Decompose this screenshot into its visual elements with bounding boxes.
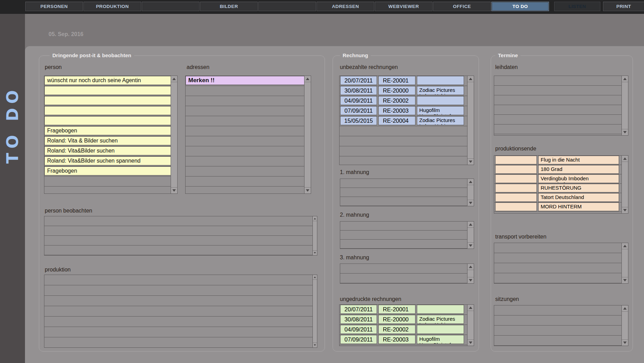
- produktion-title-cell[interactable]: MORD HINTERMVORHANG: [538, 202, 619, 211]
- invoice-company[interactable]: [417, 96, 464, 105]
- mahnung-2-scrollbar[interactable]: [467, 222, 474, 249]
- produktion-scrollbar[interactable]: [312, 275, 317, 347]
- person-list-scrollbar[interactable]: [171, 76, 177, 193]
- person-list[interactable]: wünscht nur noch durch seine AgentinFrag…: [44, 76, 178, 194]
- invoice-row[interactable]: 20/07/2011 RE-20001: [340, 76, 467, 85]
- produktion-title-cell[interactable]: 180 Grad: [538, 165, 619, 174]
- sitzungen-scrollbar[interactable]: [621, 305, 628, 346]
- scroll-up-button[interactable]: [313, 275, 317, 280]
- mahnung-2-list[interactable]: [340, 221, 474, 249]
- nav-tab-todo[interactable]: TO DO: [491, 2, 549, 11]
- scroll-up-button[interactable]: [304, 76, 311, 82]
- invoice-date[interactable]: 07/09/2011: [340, 335, 377, 344]
- invoice-number[interactable]: RE-20002: [378, 325, 415, 334]
- mahnung-3-scrollbar[interactable]: [467, 264, 474, 283]
- postit-row[interactable]: Roland: Vita&Bilder suchen spannend: [44, 156, 171, 165]
- unbezahlte-scrollbar[interactable]: [467, 76, 474, 165]
- nav-tab-empty-1[interactable]: [142, 2, 199, 11]
- sitzungen-list[interactable]: [494, 305, 628, 346]
- scroll-down-button[interactable]: [622, 129, 628, 135]
- invoice-date[interactable]: 30/08/2011: [340, 315, 377, 324]
- invoice-company[interactable]: HugofilmHans Christof: [417, 106, 464, 115]
- produktion-title-cell[interactable]: RUHESTÖRUNG: [538, 184, 619, 192]
- nav-tab-empty-2[interactable]: [258, 2, 316, 11]
- scroll-down-button[interactable]: [313, 250, 317, 255]
- scroll-down-button[interactable]: [313, 343, 317, 347]
- scroll-up-button[interactable]: [622, 243, 628, 249]
- person-beobachten-scrollbar[interactable]: [312, 216, 317, 255]
- mahnung-3-list[interactable]: [340, 263, 474, 284]
- scroll-down-button[interactable]: [304, 187, 311, 193]
- invoice-date[interactable]: 04/09/2011: [340, 325, 377, 334]
- produktionsende-scrollbar[interactable]: [621, 156, 628, 213]
- invoice-row[interactable]: 30/08/2011 RE-20000 Zodiac PicturesLukas…: [340, 315, 467, 324]
- produktion-row[interactable]: MORD HINTERMVORHANG: [494, 202, 622, 211]
- produktion-date-cell[interactable]: [495, 156, 537, 164]
- invoice-company[interactable]: Zodiac PicturesLukas Hobi: [417, 86, 464, 95]
- scroll-up-button[interactable]: [313, 216, 317, 221]
- produktionsende-table[interactable]: Flug in die Nacht 180 Grad Verdingbub Im…: [494, 155, 628, 214]
- adressen-list[interactable]: Merken !!: [185, 76, 311, 194]
- scroll-up-button[interactable]: [467, 76, 474, 82]
- invoice-number[interactable]: RE-20003: [378, 335, 415, 344]
- produktion-title-cell[interactable]: Verdingbub ImbodenBauernhof: [538, 174, 619, 183]
- invoice-row[interactable]: 07/09/2011 RE-20003 HugofilmHans Christo…: [340, 106, 467, 115]
- nav-tab-produktion[interactable]: PRODUKTION: [84, 2, 141, 11]
- scroll-up-button[interactable]: [622, 76, 628, 82]
- produktion-row[interactable]: 180 Grad: [494, 165, 622, 174]
- scroll-down-button[interactable]: [622, 339, 628, 346]
- postit-row[interactable]: Fragebogen: [44, 126, 171, 135]
- invoice-number[interactable]: RE-20000: [378, 86, 415, 95]
- produktion-list[interactable]: [44, 275, 317, 348]
- postit-row[interactable]: [44, 106, 171, 115]
- produktion-date-cell[interactable]: [495, 184, 537, 192]
- scroll-up-button[interactable]: [171, 76, 177, 82]
- invoice-company[interactable]: [417, 325, 464, 334]
- nav-tab-adressen[interactable]: ADRESSEN: [317, 2, 374, 11]
- scroll-down-button[interactable]: [467, 277, 474, 283]
- invoice-date[interactable]: 04/09/2011: [340, 96, 377, 105]
- postit-row[interactable]: [44, 116, 171, 125]
- postit-row[interactable]: Roland: Vita&Bilder suchen: [44, 146, 171, 155]
- ungedruckte-rechnungen-table[interactable]: 20/07/2011 RE-20001 30/08/2011 RE-20000 …: [339, 304, 474, 346]
- scroll-up-button[interactable]: [467, 264, 474, 270]
- invoice-number[interactable]: RE-20004: [378, 116, 415, 125]
- produktion-date-cell[interactable]: [495, 193, 537, 202]
- memo-row[interactable]: Merken !!: [186, 76, 304, 85]
- leihdaten-scrollbar[interactable]: [621, 76, 628, 135]
- produktion-row[interactable]: Tatort Deutschland: [494, 193, 622, 202]
- scroll-down-button[interactable]: [467, 339, 474, 346]
- postit-row[interactable]: Roland: Vita & Bilder suchen: [44, 136, 171, 145]
- invoice-date[interactable]: 20/07/2011: [340, 76, 377, 85]
- invoice-number[interactable]: RE-20000: [378, 315, 415, 324]
- scroll-up-button[interactable]: [467, 305, 474, 311]
- invoice-date[interactable]: 15/05/2015: [340, 116, 377, 125]
- invoice-row[interactable]: 30/08/2011 RE-20000 Zodiac PicturesLukas…: [340, 86, 467, 95]
- scroll-down-button[interactable]: [622, 207, 628, 213]
- postit-row[interactable]: Fragebogen: [44, 166, 171, 175]
- scroll-down-button[interactable]: [467, 242, 474, 249]
- scroll-down-button[interactable]: [467, 200, 474, 206]
- invoice-row[interactable]: 04/09/2011 RE-20002: [340, 96, 467, 105]
- invoice-number[interactable]: RE-20001: [378, 305, 415, 314]
- scroll-up-button[interactable]: [467, 179, 474, 185]
- produktion-date-cell[interactable]: [495, 174, 537, 183]
- produktion-date-cell[interactable]: [495, 202, 537, 211]
- mahnung-1-scrollbar[interactable]: [467, 179, 474, 206]
- invoice-company[interactable]: [417, 76, 464, 85]
- produktion-title-cell[interactable]: Flug in die Nacht: [538, 156, 619, 164]
- scroll-down-button[interactable]: [467, 158, 474, 165]
- invoice-row[interactable]: 04/09/2011 RE-20002: [340, 325, 467, 334]
- produktion-row[interactable]: Flug in die Nacht: [494, 156, 622, 164]
- nav-tab-office[interactable]: OFFICE: [433, 2, 491, 11]
- mahnung-1-list[interactable]: [340, 179, 474, 206]
- postit-row[interactable]: wünscht nur noch durch seine Agentin: [44, 76, 171, 85]
- invoice-row[interactable]: 07/09/2011 RE-20003 HugofilmHans Christo…: [340, 335, 467, 344]
- invoice-company[interactable]: [417, 305, 464, 314]
- transport-scrollbar[interactable]: [621, 243, 628, 283]
- produktion-row[interactable]: RUHESTÖRUNG: [494, 184, 622, 192]
- produktion-row[interactable]: Verdingbub ImbodenBauernhof: [494, 174, 622, 183]
- transport-list[interactable]: [494, 243, 628, 284]
- invoice-company[interactable]: HugofilmHans Christof: [417, 335, 464, 344]
- invoice-row[interactable]: 15/05/2015 RE-20004 Zodiac PicturesLukas…: [340, 116, 467, 125]
